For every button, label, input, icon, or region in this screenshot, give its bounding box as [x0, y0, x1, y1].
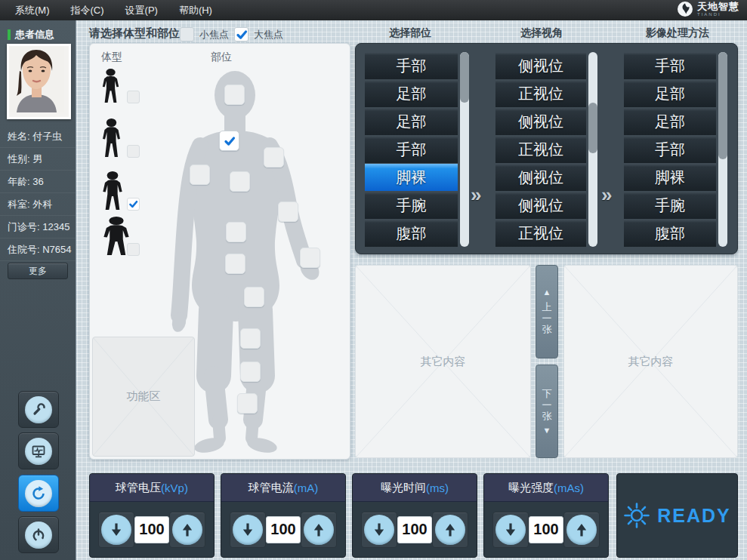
list-2-item-4[interactable]: 手部: [624, 136, 716, 163]
power-button[interactable]: [18, 516, 59, 553]
list-0-item-5[interactable]: 脚裸: [365, 164, 458, 191]
brand-name: 天地智慧: [697, 2, 739, 11]
decrease-button[interactable]: [361, 512, 397, 548]
list-0-item-7[interactable]: 腹部: [365, 220, 458, 247]
list-1-item-7[interactable]: 正视位: [495, 220, 586, 247]
list-0-item-3[interactable]: 足部: [365, 108, 458, 135]
part-list-scroll-thumb[interactable]: [460, 52, 469, 103]
checkpoint-sternum[interactable]: [230, 171, 250, 192]
checkpoint-left-hip[interactable]: [225, 254, 245, 274]
checkpoint-head[interactable]: [224, 85, 245, 105]
checkpoint-right-elbow[interactable]: [278, 202, 298, 222]
param-box-kVp: 球管电压(kVp)100: [89, 473, 215, 558]
decrease-button[interactable]: [492, 512, 529, 548]
arrow-up-icon: [172, 515, 202, 545]
list-0-item-6[interactable]: 手腕: [365, 192, 458, 219]
checkpoint-right-ankle[interactable]: [237, 393, 258, 414]
preview-panel-left: 其它内容: [355, 265, 531, 458]
list-1-item-4[interactable]: 正视位: [495, 136, 586, 163]
preview-placeholder-label: 其它内容: [421, 355, 466, 369]
list-1-item-1[interactable]: 侧视位: [495, 52, 586, 79]
arrow-down-icon: [495, 515, 526, 545]
list-2-item-1[interactable]: 手部: [624, 52, 716, 79]
param-value: 100: [266, 516, 301, 543]
small-focus-label: 小焦点: [199, 28, 229, 42]
patient-sidebar: 患者信息 姓名: 付子虫性别: 男年龄: 36科室: 外科门诊号: 12345住…: [0, 20, 76, 560]
param-title: 球管电压(kVp): [90, 474, 214, 502]
body-type-silhouette: [100, 118, 122, 158]
body-type-slim-female[interactable]: [100, 118, 135, 158]
decrease-button[interactable]: [230, 512, 266, 548]
param-title: 球管电流(mA): [221, 474, 345, 502]
previous-image-button[interactable]: ▲ 上一张: [536, 265, 558, 358]
ready-button[interactable]: READY: [616, 473, 738, 558]
ready-sun-icon: [623, 502, 650, 529]
select-part-header: 选择部位: [357, 26, 463, 40]
arrow-down-icon: [101, 515, 131, 545]
large-focus-checkbox[interactable]: 大焦点: [234, 27, 283, 42]
list-2-item-5[interactable]: 脚裸: [624, 164, 716, 191]
list-1-item-3[interactable]: 侧视位: [495, 108, 586, 135]
brand-logo-icon: [677, 1, 693, 17]
menu-item-2[interactable]: 指令(C): [60, 0, 115, 20]
param-box-ms: 曝光时间(ms)100: [352, 473, 477, 558]
reset-button[interactable]: [18, 475, 59, 512]
small-focus-checkbox[interactable]: 小焦点: [180, 27, 229, 42]
body-selection-panel: 体型 部位: [89, 43, 350, 460]
arrow-down-icon: [364, 515, 394, 545]
triangle-down-icon: ▼: [543, 426, 551, 435]
reset-refresh-icon: [25, 480, 52, 507]
checkpoint-right-knee[interactable]: [240, 328, 261, 349]
list-1-item-6[interactable]: 侧视位: [495, 192, 586, 219]
menu-item-4[interactable]: 帮助(H): [168, 0, 223, 20]
body-type-male[interactable]: [100, 171, 135, 211]
body-type-silhouette: [100, 69, 121, 103]
monitor-diagnostics-button[interactable]: [18, 432, 59, 469]
settings-wrench-button[interactable]: [18, 391, 59, 428]
view-list: 侧视位正视位侧视位正视位侧视位侧视位正视位: [495, 52, 586, 248]
large-focus-box[interactable]: [234, 27, 248, 42]
small-focus-box[interactable]: [180, 27, 194, 42]
checkpoint-right-thigh[interactable]: [244, 287, 264, 307]
body-type-child[interactable]: [100, 69, 135, 103]
list-0-item-1[interactable]: 手部: [365, 52, 458, 79]
power-icon: [25, 522, 52, 549]
function-area-label: 功能区: [127, 389, 161, 404]
processing-list-scroll-thumb[interactable]: [718, 52, 727, 159]
arrow-up-icon: [435, 515, 465, 545]
decrease-button[interactable]: [98, 512, 134, 548]
list-1-item-5[interactable]: 侧视位: [495, 164, 586, 191]
view-list-scrollbar[interactable]: [588, 52, 597, 247]
view-list-scroll-thumb[interactable]: [588, 103, 597, 153]
param-value: 100: [397, 516, 432, 543]
chevron-right-icon: »: [601, 183, 612, 207]
body-type-large-female[interactable]: [100, 217, 135, 256]
checkpoint-left-upper-arm[interactable]: [190, 165, 210, 185]
wrench-icon: [25, 396, 52, 423]
increase-button[interactable]: [563, 512, 600, 548]
list-0-item-2[interactable]: 足部: [365, 80, 458, 107]
menu-item-3[interactable]: 设置(P): [115, 0, 168, 20]
checkpoint-left-waist[interactable]: [226, 222, 246, 242]
menu-item-1[interactable]: 系统(M): [0, 0, 60, 20]
list-2-item-6[interactable]: 手腕: [624, 192, 716, 219]
list-0-item-4[interactable]: 手部: [365, 136, 458, 163]
checkpoint-right-shoulder[interactable]: [264, 147, 284, 168]
list-2-item-3[interactable]: 足部: [624, 108, 716, 135]
checkpoint-right-hand[interactable]: [300, 248, 320, 268]
select-view-header: 选择视角: [489, 26, 594, 40]
checkpoint-right-shin[interactable]: [240, 362, 261, 382]
part-list-scrollbar[interactable]: [460, 52, 469, 247]
processing-list-scrollbar[interactable]: [718, 52, 727, 247]
list-2-item-7[interactable]: 腹部: [624, 220, 716, 247]
pager-label: 上一张: [542, 301, 552, 335]
list-1-item-2[interactable]: 正视位: [495, 80, 586, 107]
increase-button[interactable]: [169, 512, 205, 548]
increase-button[interactable]: [432, 512, 468, 548]
checkpoint-clavicle[interactable]: [219, 131, 239, 151]
increase-button[interactable]: [301, 512, 337, 548]
next-image-button[interactable]: 下一张 ▼: [536, 365, 558, 458]
param-value: 100: [529, 516, 563, 543]
list-2-item-2[interactable]: 足部: [624, 80, 716, 107]
preview-placeholder-label: 其它内容: [628, 355, 674, 369]
